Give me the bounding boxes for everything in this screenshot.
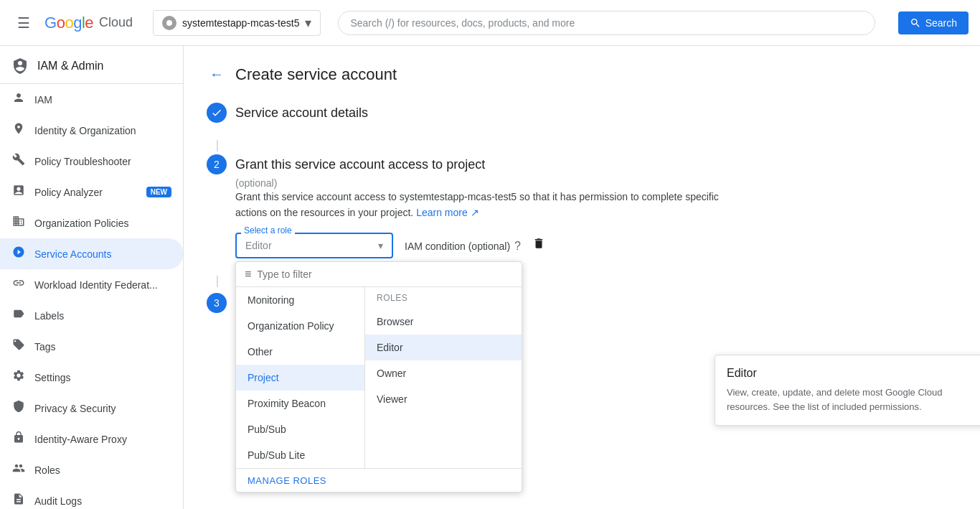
dropdown-roles-panel: Roles Browser Editor Owner Viewer [365, 287, 522, 468]
step-divider-2 [217, 276, 218, 287]
step2-content: Grant this service account access to sys… [235, 189, 957, 258]
policy-analyzer-icon [11, 184, 26, 200]
roles-header: Roles [365, 287, 522, 309]
project-selector[interactable]: systemtestapp-mcas-test5 ▾ [153, 10, 321, 36]
labels-icon [11, 307, 26, 324]
sidebar-item-org-policies[interactable]: Organization Policies [0, 207, 183, 238]
search-button[interactable]: Search [898, 11, 969, 34]
role-browser[interactable]: Browser [365, 309, 522, 335]
step1-header: Service account details [207, 103, 957, 123]
role-editor[interactable]: Editor [365, 335, 522, 360]
topbar: ☰ Google Cloud systemtestapp-mcas-test5 … [0, 0, 980, 46]
category-pub-sub[interactable]: Pub/Sub [236, 416, 364, 442]
dropdown-footer: MANAGE ROLES [236, 468, 522, 492]
role-viewer[interactable]: Viewer [365, 386, 522, 412]
iam-condition-label: IAM condition (optional) ? [405, 240, 521, 253]
category-other[interactable]: Other [236, 339, 364, 365]
editor-tooltip-title: Editor [727, 367, 975, 380]
role-row: Select a role Editor ▾ ≡ Monitor [235, 233, 957, 258]
topbar-left: ☰ Google Cloud systemtestapp-mcas-test5 … [11, 9, 321, 37]
sidebar-item-audit-logs[interactable]: Audit Logs [0, 485, 183, 509]
manage-roles-button[interactable]: MANAGE ROLES [248, 475, 326, 486]
cloud-text: Cloud [99, 15, 133, 30]
sidebar: IAM & Admin IAM Identity & Organization … [0, 46, 184, 509]
sidebar-label-labels: Labels [34, 310, 171, 322]
dropdown-body: Monitoring Organization Policy Other Pro… [236, 287, 522, 468]
category-monitoring[interactable]: Monitoring [236, 287, 364, 313]
menu-icon[interactable]: ☰ [11, 9, 36, 37]
role-select-wrapper: Select a role Editor ▾ ≡ Monitor [235, 233, 393, 258]
sidebar-item-policy-analyzer[interactable]: Policy Analyzer NEW [0, 177, 183, 207]
dropdown-categories: Monitoring Organization Policy Other Pro… [236, 287, 365, 468]
sidebar-header-title: IAM & Admin [37, 60, 103, 73]
sidebar-label-identity-aware-proxy: Identity-Aware Proxy [34, 434, 171, 445]
iam-icon [11, 91, 26, 108]
search-bar[interactable]: Search (/) for resources, docs, products… [338, 11, 875, 35]
role-dropdown: ≡ Monitoring Organization Policy Other P… [235, 261, 522, 492]
category-proximity-beacon[interactable]: Proximity Beacon [236, 391, 364, 416]
project-name: systemtestapp-mcas-test5 [182, 17, 299, 29]
iam-condition-text: IAM condition (optional) [405, 241, 510, 252]
sidebar-item-identity-aware-proxy[interactable]: Identity-Aware Proxy [0, 424, 183, 454]
grant-description: Grant this service account access to sys… [235, 189, 738, 221]
sidebar-item-tags[interactable]: Tags [0, 331, 183, 362]
sidebar-label-workload-identity: Workload Identity Federat... [34, 279, 171, 291]
page-title: Create service account [235, 65, 397, 84]
service-accounts-icon [11, 246, 26, 262]
category-project[interactable]: Project [236, 365, 364, 391]
editor-tooltip-desc: View, create, update, and delete most Go… [727, 386, 975, 414]
sidebar-item-labels[interactable]: Labels [0, 300, 183, 331]
sidebar-label-policy-analyzer: Policy Analyzer [34, 187, 138, 198]
sidebar-label-settings: Settings [34, 372, 171, 383]
back-button[interactable]: ← [207, 63, 227, 85]
sidebar-label-org-policies: Organization Policies [34, 218, 171, 229]
search-label: Search [925, 17, 957, 29]
sidebar-item-privacy-security[interactable]: Privacy & Security [0, 393, 183, 424]
sidebar-item-policy-troubleshooter[interactable]: Policy Troubleshooter [0, 146, 183, 177]
filter-icon: ≡ [245, 268, 251, 281]
new-badge: NEW [146, 187, 171, 197]
sidebar-item-settings[interactable]: Settings [0, 362, 183, 393]
privacy-security-icon [11, 400, 26, 416]
role-select-value: Editor [245, 240, 272, 251]
page-header: ← Create service account [207, 63, 957, 85]
delete-role-button[interactable] [532, 237, 545, 253]
policy-troubleshooter-icon [11, 153, 26, 169]
sidebar-item-service-accounts[interactable]: Service Accounts [0, 238, 183, 269]
step1-done-icon [207, 103, 227, 123]
roles-icon [11, 462, 26, 478]
step2-header: 2 Grant this service account access to p… [207, 154, 957, 174]
sidebar-label-policy-troubleshooter: Policy Troubleshooter [34, 156, 171, 167]
sidebar-label-privacy-security: Privacy & Security [34, 403, 171, 414]
sidebar-label-roles: Roles [34, 464, 171, 476]
category-org-policy[interactable]: Organization Policy [236, 313, 364, 339]
step2-number: 2 [207, 154, 227, 174]
editor-tooltip: Editor View, create, update, and delete … [715, 355, 980, 426]
step2-title: Grant this service account access to pro… [235, 157, 485, 172]
svg-point-0 [166, 20, 172, 26]
learn-more-link[interactable]: Learn more ↗ [416, 207, 479, 218]
sidebar-label-audit-logs: Audit Logs [34, 495, 171, 507]
search-placeholder: Search (/) for resources, docs, products… [350, 17, 862, 29]
sidebar-item-workload-identity[interactable]: Workload Identity Federat... [0, 269, 183, 300]
step1-title: Service account details [235, 106, 368, 121]
sidebar-item-roles[interactable]: Roles [0, 454, 183, 485]
role-select-float-label: Select a role [241, 225, 295, 235]
role-owner[interactable]: Owner [365, 360, 522, 386]
sidebar-label-identity-org: Identity & Organization [34, 125, 171, 136]
iam-admin-icon [11, 57, 29, 75]
help-icon[interactable]: ? [514, 240, 521, 253]
role-select-box[interactable]: Editor ▾ [235, 233, 393, 258]
sidebar-item-identity-org[interactable]: Identity & Organization [0, 115, 183, 146]
category-pub-sub-lite[interactable]: Pub/Sub Lite [236, 442, 364, 468]
role-select-chevron: ▾ [378, 240, 383, 251]
sidebar-label-service-accounts: Service Accounts [34, 248, 171, 260]
audit-logs-icon [11, 492, 26, 509]
sidebar-label-tags: Tags [34, 341, 171, 352]
identity-org-icon [11, 122, 26, 139]
google-cloud-logo[interactable]: Google Cloud [44, 14, 133, 32]
tags-icon [11, 338, 26, 355]
main-content: ← Create service account Service account… [184, 46, 980, 509]
filter-input[interactable] [257, 268, 513, 280]
sidebar-item-iam[interactable]: IAM [0, 84, 183, 115]
